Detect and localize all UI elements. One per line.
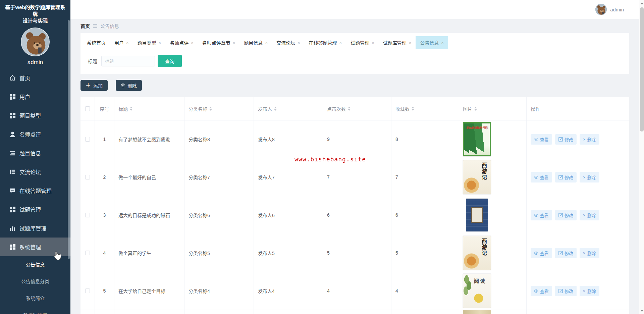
title-search-input[interactable] [101,56,155,66]
sidebar-item-forum[interactable]: 交流论坛 [0,162,70,181]
tab-teacher-reviews[interactable]: 名师点评× [165,36,198,49]
tab-announcement[interactable]: 公告信息× [416,36,448,49]
row-checkbox[interactable] [85,251,90,255]
sidebar-item-users[interactable]: 用户 [0,87,70,106]
close-tab-icon[interactable]: × [441,40,444,45]
cell-actions: 查看 修改 × 删除 [527,120,629,158]
close-tab-icon[interactable]: × [372,40,374,45]
edit-icon [558,213,563,217]
scroll-up-arrow-icon[interactable] [639,1,644,6]
breadcrumb: 首页 公告信息 [80,19,629,33]
trash-icon [121,83,125,88]
view-button[interactable]: 查看 [531,210,552,220]
close-tab-icon[interactable]: × [298,40,300,45]
announcement-table: 序号 标题 分类名称 发布人 点击次数 收藏数 图片 操作 1 有了梦想就不会感… [80,97,629,314]
book-cover-image: 西游记 [463,160,491,194]
delete-row-button[interactable]: × 删除 [580,172,599,182]
topbar-user-menu[interactable]: admin [595,4,624,15]
sort-icon[interactable] [209,107,212,111]
cell-actions: 查看 修改 × 删除 [527,158,629,196]
sidebar-item-home[interactable]: 首页 [0,68,70,87]
submenu-item-system-intro[interactable]: 系统简介 [0,290,70,307]
sidebar-menu: 首页 用户 题目类型 名师点评 题目信息 交流论坛 [0,68,70,256]
cell-title: 做个真正的学生 [114,234,184,272]
row-checkbox[interactable] [85,175,90,179]
sort-icon[interactable] [274,107,277,111]
sidebar-item-question-types[interactable]: 题目类型 [0,106,70,125]
close-tab-icon[interactable]: × [233,40,235,45]
edit-button[interactable]: 修改 [555,134,577,145]
cell-actions: 查看 修改 × 删除 [527,234,629,272]
bear-avatar-icon [595,4,607,15]
cell-no: 4 [95,234,114,272]
view-button[interactable]: 查看 [531,172,552,182]
row-checkbox[interactable] [85,137,90,142]
tab-question-info[interactable]: 题目信息× [239,36,272,49]
view-button[interactable]: 查看 [531,286,552,296]
close-tab-icon[interactable]: × [159,40,161,45]
delete-row-button[interactable]: × 删除 [580,210,599,220]
edit-button[interactable]: 修改 [555,210,577,220]
view-button[interactable]: 查看 [531,248,552,258]
main-area: admin 首页 公告信息 系统首页 用户× 题目类型× 名师点评× 名师点评章… [70,0,644,314]
breadcrumb-home[interactable]: 首页 [80,22,90,29]
cell-actions: 查看 修改 × 删除 [527,272,629,310]
close-tab-icon[interactable]: × [339,40,342,45]
close-tab-icon[interactable]: × [409,40,412,45]
edit-button[interactable]: 修改 [555,172,577,182]
sidebar: 基于web的数学题库管理系统 设计与实现 admin [0,0,70,314]
sidebar-item-question-info[interactable]: 题目信息 [0,144,70,162]
sidebar-item-exam-mgmt[interactable]: 试题管理 [0,200,70,219]
delete-button[interactable]: 删除 [116,80,142,91]
submenu-item-carousel-mgmt[interactable]: 轮播图管理 [0,307,70,314]
home-icon [9,75,16,81]
close-tab-icon[interactable]: × [265,40,268,45]
cell-category: 分类名称6 [184,196,254,234]
tab-system-home[interactable]: 系统首页 [83,36,110,49]
close-icon: × [583,175,586,179]
edit-button[interactable]: 修改 [555,286,577,296]
book-cover-image [463,310,491,314]
add-button[interactable]: ＋ 添加 [80,80,108,91]
query-button[interactable]: 查询 [158,55,182,67]
delete-row-button[interactable]: × 删除 [580,286,599,296]
tab-users[interactable]: 用户× [110,36,133,49]
close-tab-icon[interactable]: × [191,40,194,45]
sidebar-item-exam-bank[interactable]: 试题库管理 [0,219,70,238]
row-checkbox[interactable] [85,213,90,217]
edit-button[interactable]: 修改 [555,248,577,258]
row-checkbox[interactable] [85,289,90,293]
book-cover-image: 阅读 [463,274,491,308]
close-tab-icon[interactable]: × [126,40,129,45]
cell-image: 西游记 [460,234,527,272]
sort-icon[interactable] [474,107,477,111]
sort-icon[interactable] [130,107,132,111]
grid-icon [9,94,16,100]
table-row: 1 有了梦想就不会感到疲惫 分类名称8 发布人8 9 8 尼尔斯骑鹅旅行记 查看… [80,120,629,158]
sidebar-item-online-answer[interactable]: 在线答题管理 [0,181,70,200]
tab-teacher-review-chapters[interactable]: 名师点评章节× [198,36,240,49]
sidebar-submenu: 公告信息 公告信息分类 系统简介 轮播图管理 [0,256,70,314]
select-all-checkbox[interactable] [85,106,90,111]
tab-exam-bank[interactable]: 试题库管理× [379,36,416,49]
cell-image: 尼尔斯骑鹅旅行记 [460,120,527,158]
view-button[interactable]: 查看 [531,134,552,145]
topbar: admin [70,0,644,19]
tab-question-types[interactable]: 题目类型× [133,36,166,49]
tab-forum[interactable]: 交流论坛× [272,36,305,49]
tab-exam-mgmt[interactable]: 试题管理× [346,36,379,49]
scrollbar-thumb[interactable] [640,7,644,132]
scroll-down-arrow-icon[interactable] [639,308,644,313]
tab-online-answer[interactable]: 在线答题管理× [305,36,346,49]
sidebar-scrollbar[interactable] [68,20,70,259]
table-header-title: 标题 [114,97,184,120]
submenu-item-announcement[interactable]: 公告信息 [0,256,70,273]
delete-row-button[interactable]: × 删除 [580,248,599,258]
sidebar-item-system-mgmt[interactable]: 系统管理 [0,238,70,256]
sidebar-item-teacher-reviews[interactable]: 名师点评 [0,125,70,144]
submenu-item-announcement-category[interactable]: 公告信息分类 [0,273,70,290]
delete-row-button[interactable]: × 删除 [580,134,599,145]
page-scrollbar[interactable] [639,0,644,314]
sort-icon[interactable] [348,107,351,111]
sort-icon[interactable] [412,107,414,111]
